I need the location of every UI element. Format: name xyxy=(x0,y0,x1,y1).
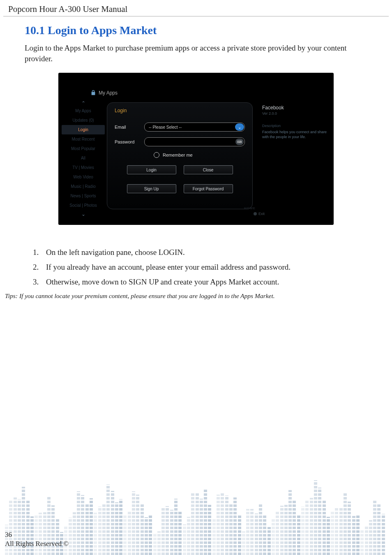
exit-hint: Exit xyxy=(254,212,265,216)
step-1: 1. On the left navigation pane, choose L… xyxy=(33,248,392,257)
step-2: 2. If you already have an account, pleas… xyxy=(33,263,392,272)
email-label: Email xyxy=(115,125,138,130)
bag-icon xyxy=(90,90,96,96)
sidebar-item-most-popular[interactable]: Most Popular xyxy=(62,144,105,153)
sidebar: ⌃ My Apps Updates (0) Login Most Recent … xyxy=(62,99,105,217)
chevron-up-icon[interactable]: ⌃ xyxy=(62,99,105,106)
email-select-value: -- Please Select -- xyxy=(149,125,182,130)
step-text: Otherwise, move down to SIGN UP and crea… xyxy=(46,278,279,287)
exit-dot-icon xyxy=(254,212,257,215)
copyright: All Rights Reserved © xyxy=(5,539,69,548)
step-3: 3. Otherwise, move down to SIGN UP and c… xyxy=(33,278,392,287)
password-input[interactable]: ⌨ xyxy=(144,137,245,146)
radio-icon xyxy=(154,152,159,158)
description-label: Description xyxy=(262,124,328,128)
forgot-password-button[interactable]: Forgot Password xyxy=(184,184,233,193)
chevron-down-icon[interactable]: ⌄ xyxy=(62,210,105,217)
home-hint: HOME xyxy=(244,206,256,210)
sidebar-item-updates[interactable]: Updates (0) xyxy=(62,116,105,125)
email-select[interactable]: -- Please Select -- ⌄ xyxy=(144,123,245,132)
step-number: 1. xyxy=(33,248,46,257)
step-number: 3. xyxy=(33,278,46,287)
password-label: Password xyxy=(115,139,138,144)
login-card-title: Login xyxy=(115,108,245,113)
app-version: Ver 2.0.0 xyxy=(262,111,328,116)
login-screenshot: My Apps ⌃ My Apps Updates (0) Login Most… xyxy=(58,73,334,225)
sidebar-item-all[interactable]: All xyxy=(62,153,105,163)
login-card: Login Email -- Please Select -- ⌄ Passwo… xyxy=(107,102,253,209)
svg-rect-0 xyxy=(92,92,95,95)
step-text: On the left navigation pane, choose LOGI… xyxy=(46,248,185,257)
doc-header: Popcorn Hour A-300 User Manual xyxy=(3,0,389,16)
sidebar-item-login[interactable]: Login xyxy=(62,125,105,134)
close-button[interactable]: Close xyxy=(184,165,233,174)
step-text: If you already have an account, please e… xyxy=(46,263,291,272)
sidebar-item-news-sports[interactable]: News | Sports xyxy=(62,191,105,201)
sidebar-item-tv-movies[interactable]: TV | Movies xyxy=(62,163,105,172)
app-info-panel: Facebook Ver 2.0.0 Description Facebook … xyxy=(262,105,328,139)
sidebar-item-my-apps[interactable]: My Apps xyxy=(62,106,105,116)
step-number: 2. xyxy=(33,263,46,272)
signup-button[interactable]: Sign Up xyxy=(127,184,176,193)
footer-equalizer-art: 36 All Rights Reserved © xyxy=(0,456,392,555)
section-heading: 10.1 Login to Apps Market xyxy=(25,24,392,37)
keyboard-icon[interactable]: ⌨ xyxy=(235,139,244,145)
remember-me-label: Remember me xyxy=(163,153,193,157)
instruction-list: 1. On the left navigation pane, choose L… xyxy=(33,248,392,287)
dropdown-chevron-icon[interactable]: ⌄ xyxy=(235,123,244,131)
page-number: 36 xyxy=(5,530,69,539)
intro-paragraph: Login to the Apps Market to purchase pre… xyxy=(25,43,369,64)
remember-me-toggle[interactable]: Remember me xyxy=(154,152,245,158)
app-description: Facebook helps you connect and share wit… xyxy=(262,130,328,139)
tips-note: Tips: If you cannot locate your premium … xyxy=(5,292,392,300)
sidebar-item-music-radio[interactable]: Music | Radio xyxy=(62,182,105,191)
sidebar-item-web-video[interactable]: Web Video xyxy=(62,172,105,182)
sidebar-item-social-photos[interactable]: Social | Photos xyxy=(62,201,105,210)
exit-hint-label: Exit xyxy=(258,212,265,216)
myapps-header: My Apps xyxy=(90,90,325,96)
myapps-header-label: My Apps xyxy=(99,90,118,96)
login-button[interactable]: Login xyxy=(127,165,176,174)
sidebar-item-most-recent[interactable]: Most Recent xyxy=(62,134,105,144)
app-name: Facebook xyxy=(262,105,328,111)
